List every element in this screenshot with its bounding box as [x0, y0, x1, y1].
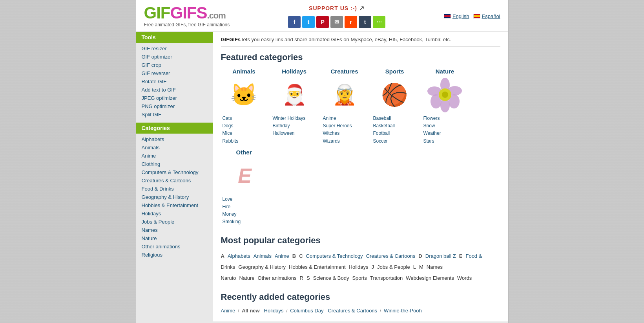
- link-love[interactable]: Love: [223, 196, 267, 203]
- pop-link-sports[interactable]: Sports: [352, 273, 367, 283]
- sidebar-item-computers-technology[interactable]: Computers & Technology: [136, 168, 213, 176]
- pinterest-button[interactable]: P: [316, 16, 329, 28]
- pop-link-anime[interactable]: Anime: [275, 251, 289, 261]
- sidebar-item-gif-crop[interactable]: GIF crop: [136, 61, 213, 69]
- reddit-button[interactable]: r: [345, 16, 357, 28]
- support-arrow: ↗: [359, 4, 365, 13]
- featured-title-other[interactable]: Other: [221, 149, 267, 156]
- tumblr-button[interactable]: t: [359, 16, 371, 28]
- recent-link-anime[interactable]: Anime: [221, 308, 235, 314]
- sidebar-item-anime[interactable]: Anime: [136, 152, 213, 160]
- sidebar-item-alphabets[interactable]: Alphabets: [136, 135, 213, 143]
- link-football[interactable]: Football: [373, 130, 418, 137]
- pop-link-nature[interactable]: Nature: [239, 273, 255, 283]
- pop-link-creatures-cartoons[interactable]: Creatures & Cartoons: [366, 251, 416, 261]
- featured-title-sports[interactable]: Sports: [372, 68, 418, 75]
- link-witches[interactable]: Witches: [323, 130, 368, 137]
- link-winter-holidays[interactable]: Winter Holidays: [273, 115, 317, 122]
- english-language-button[interactable]: English: [444, 13, 469, 19]
- pop-link-alphabets[interactable]: Alphabets: [228, 251, 250, 261]
- pop-link-computers-technology[interactable]: Computers & Technology: [306, 251, 363, 261]
- link-rabbits[interactable]: Rabbits: [223, 138, 267, 145]
- link-money[interactable]: Money: [223, 211, 267, 218]
- pop-link-transportation[interactable]: Transportation: [370, 273, 403, 283]
- sidebar-item-rotate-gif[interactable]: Rotate GIF: [136, 77, 213, 86]
- pop-link-drinks[interactable]: Drinks: [221, 262, 235, 272]
- share-button[interactable]: ⋯: [373, 16, 385, 28]
- logo-gif: GIF: [144, 4, 170, 22]
- facebook-button[interactable]: f: [288, 16, 301, 28]
- link-smoking[interactable]: Smoking: [223, 218, 267, 226]
- pop-link-dragon-ball-z[interactable]: Dragon ball Z: [425, 251, 456, 261]
- sidebar-item-animals[interactable]: Animals: [136, 143, 213, 152]
- link-basketball[interactable]: Basketball: [373, 122, 418, 130]
- link-soccer[interactable]: Soccer: [373, 138, 418, 145]
- featured-title-creatures[interactable]: Creatures: [321, 68, 368, 75]
- link-weather[interactable]: Weather: [423, 130, 468, 137]
- link-fire[interactable]: Fire: [223, 203, 267, 211]
- sidebar-item-hobbies-entertainment[interactable]: Hobbies & Entertainment: [136, 201, 213, 209]
- sidebar-item-add-text-gif[interactable]: Add text to GIF: [136, 86, 213, 94]
- featured-title-animals[interactable]: Animals: [221, 68, 267, 75]
- featured-sub-creatures: Anime Super Heroes Witches Wizards: [321, 115, 368, 145]
- sidebar-item-creatures-cartoons[interactable]: Creatures & Cartoons: [136, 176, 213, 185]
- sidebar-item-other-animations[interactable]: Other animations: [136, 242, 213, 251]
- recent-section: Recently added categories Anime / All ne…: [221, 292, 500, 314]
- espanol-language-button[interactable]: Español: [473, 13, 500, 19]
- pop-link-geography-history[interactable]: Geography & History: [238, 262, 286, 272]
- pop-link-holidays[interactable]: Holidays: [349, 262, 369, 272]
- sidebar-item-gif-resizer[interactable]: GIF resizer: [136, 44, 213, 53]
- pop-link-names[interactable]: Names: [427, 262, 443, 272]
- link-baseball[interactable]: Baseball: [373, 115, 418, 122]
- link-birthday[interactable]: Birthday: [273, 122, 317, 130]
- link-super-heroes[interactable]: Super Heroes: [323, 122, 368, 130]
- sidebar-item-gif-optimizer[interactable]: GIF optimizer: [136, 53, 213, 61]
- featured-title-nature[interactable]: Nature: [422, 68, 468, 75]
- email-button[interactable]: ✉: [330, 16, 343, 28]
- pop-link-jobs-people[interactable]: Jobs & People: [377, 262, 410, 272]
- link-wizards[interactable]: Wizards: [323, 138, 368, 145]
- pop-link-food[interactable]: Food &: [465, 251, 482, 261]
- sidebar-item-clothing[interactable]: Clothing: [136, 160, 213, 168]
- support-us-area: SUPPORT US :-) ↗: [309, 4, 365, 13]
- pop-link-animals[interactable]: Animals: [254, 251, 272, 261]
- featured-img-nature: [423, 77, 467, 112]
- sidebar-item-geography-history[interactable]: Geography & History: [136, 193, 213, 201]
- sidebar-item-jpeg-optimizer[interactable]: JPEG optimizer: [136, 94, 213, 102]
- sidebar-item-names[interactable]: Names: [136, 226, 213, 234]
- link-flowers[interactable]: Flowers: [423, 115, 468, 122]
- espanol-label: Español: [482, 13, 500, 19]
- pop-link-other-animations[interactable]: Other animations: [258, 273, 297, 283]
- recent-link-creatures-cartoons[interactable]: Creatures & Cartoons: [328, 308, 377, 314]
- spacer1: [260, 308, 264, 314]
- twitter-button[interactable]: t: [302, 16, 315, 28]
- link-anime[interactable]: Anime: [323, 115, 368, 122]
- sidebar-item-nature[interactable]: Nature: [136, 234, 213, 242]
- recent-link-holidays[interactable]: Holidays: [264, 308, 284, 314]
- link-stars[interactable]: Stars: [423, 138, 468, 145]
- sidebar-item-religious[interactable]: Religious: [136, 251, 213, 259]
- sidebar-item-gif-reverser[interactable]: GIF reverser: [136, 69, 213, 77]
- letter-e: E: [459, 251, 463, 261]
- intro-brand: GIFGIFs: [221, 37, 241, 42]
- link-cats[interactable]: Cats: [223, 115, 267, 122]
- sidebar-item-split-gif[interactable]: Split GIF: [136, 110, 213, 119]
- sidebar-item-food-drinks[interactable]: Food & Drinks: [136, 185, 213, 193]
- featured-title-holidays[interactable]: Holidays: [271, 68, 317, 75]
- link-dogs[interactable]: Dogs: [223, 122, 267, 130]
- sidebar-item-png-optimizer[interactable]: PNG optimizer: [136, 102, 213, 110]
- recent-link-all-new[interactable]: All new: [242, 308, 260, 314]
- letter-r: R: [300, 273, 303, 283]
- pop-link-science-body[interactable]: Science & Body: [313, 273, 349, 283]
- pop-link-webdesign-elements[interactable]: Webdesign Elements: [406, 273, 454, 283]
- link-halloween[interactable]: Halloween: [273, 130, 317, 137]
- sidebar-item-jobs-people[interactable]: Jobs & People: [136, 218, 213, 226]
- recent-link-winnie-the-pooh[interactable]: Winnie-the-Pooh: [384, 308, 422, 314]
- link-mice[interactable]: Mice: [223, 130, 267, 137]
- recent-link-columbus-day[interactable]: Columbus Day: [290, 308, 323, 314]
- pop-link-hobbies-entertainment[interactable]: Hobbies & Entertainment: [289, 262, 346, 272]
- pop-link-words[interactable]: Words: [457, 273, 472, 283]
- pop-link-naruto[interactable]: Naruto: [221, 273, 236, 283]
- sidebar-item-holidays[interactable]: Holidays: [136, 209, 213, 218]
- link-snow[interactable]: Snow: [423, 122, 468, 130]
